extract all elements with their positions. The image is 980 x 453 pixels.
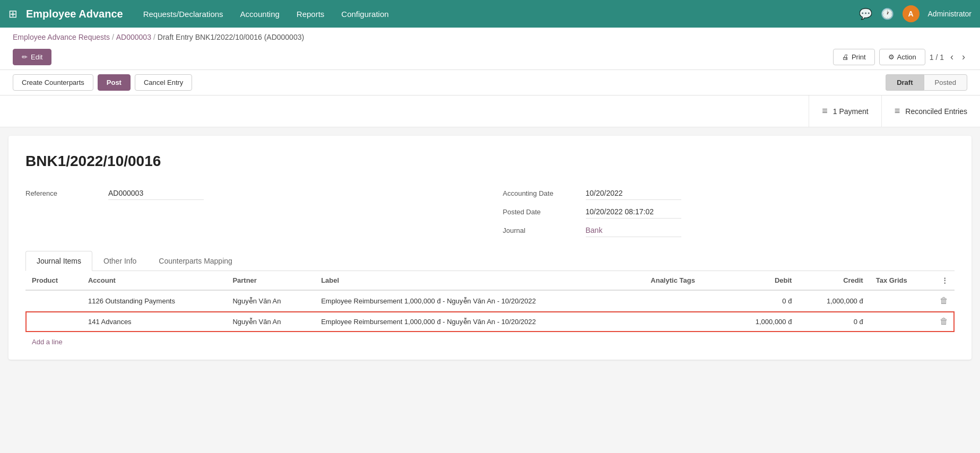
action-button[interactable]: ⚙ Action — [879, 49, 925, 65]
col-tax-grids: Tax Grids — [870, 271, 933, 290]
col-partner: Partner — [226, 271, 315, 290]
cell-label-1: Employee Reimbursement 1,000,000 đ - Ngu… — [315, 290, 644, 311]
nav-accounting[interactable]: Accounting — [233, 5, 287, 23]
form-left-column: Reference AD000003 — [25, 187, 478, 242]
breadcrumb: Employee Advance Requests / AD000003 / D… — [13, 33, 967, 45]
gear-icon: ⚙ — [888, 53, 895, 61]
workflow-bar: Create Counterparts Post Cancel Entry Dr… — [0, 70, 980, 95]
add-line-button[interactable]: Add a line — [32, 338, 63, 346]
breadcrumb-sep-1: / — [112, 33, 114, 41]
tabs-container: Journal Items Other Info Counterparts Ma… — [25, 251, 955, 271]
reference-field: Reference AD000003 — [25, 187, 478, 200]
tab-counterparts-mapping[interactable]: Counterparts Mapping — [148, 251, 244, 271]
username: Administrator — [928, 10, 972, 18]
breadcrumb-bar: Employee Advance Requests / AD000003 / D… — [0, 28, 980, 70]
prev-button[interactable]: ‹ — [948, 51, 956, 63]
journal-value[interactable]: Bank — [586, 224, 681, 237]
journal-label: Journal — [503, 227, 577, 234]
items-table: Product Account Partner Label Analytic T… — [25, 271, 955, 332]
pagination-count: 1 / 1 — [930, 53, 944, 62]
breadcrumb-sep-2: / — [153, 33, 155, 41]
list-icon-reconciled: ≡ — [895, 106, 900, 117]
col-account: Account — [82, 271, 226, 290]
main-content: ≡ 1 Payment ≡ Reconciled Entries BNK1/20… — [0, 95, 980, 360]
reference-value: AD000003 — [108, 187, 204, 200]
main-menu: Requests/Declarations Accounting Reports… — [136, 5, 396, 23]
posted-date-label: Posted Date — [503, 208, 577, 216]
accounting-date-value: 10/20/2022 — [586, 187, 681, 200]
action-bar: ✏ Edit 🖨 Print ⚙ Action 1 / 1 ‹ › — [13, 45, 967, 69]
topnav-right: 💬 🕐 A Administrator — [859, 5, 972, 22]
journal-items-table: Product Account Partner Label Analytic T… — [25, 271, 955, 360]
payment-info[interactable]: ≡ 1 Payment — [809, 95, 881, 127]
cell-account-1: 1126 Outstanding Payments — [82, 290, 226, 311]
col-analytic-tags: Analytic Tags — [644, 271, 727, 290]
breadcrumb-current: Draft Entry BNK1/2022/10/0016 (AD000003) — [158, 33, 304, 41]
cell-tax-grids-2 — [870, 311, 933, 332]
cell-analytic-tags-1 — [644, 290, 727, 311]
posted-date-value: 10/20/2022 08:17:02 — [586, 205, 681, 219]
status-posted[interactable]: Posted — [924, 74, 967, 91]
create-counterparts-button[interactable]: Create Counterparts — [13, 74, 93, 91]
accounting-date-label: Accounting Date — [503, 189, 577, 197]
info-bar: ≡ 1 Payment ≡ Reconciled Entries — [0, 95, 980, 127]
accounting-date-field: Accounting Date 10/20/2022 — [503, 187, 955, 200]
reconciled-entries-info[interactable]: ≡ Reconciled Entries — [881, 95, 980, 127]
cell-label-2: Employee Reimbursement 1,000,000 đ - Ngu… — [315, 311, 644, 332]
next-button[interactable]: › — [960, 51, 967, 63]
grid-icon[interactable]: ⊞ — [8, 7, 18, 20]
table-row: 1126 Outstanding Payments Nguyễn Văn An … — [25, 290, 955, 311]
nav-reports[interactable]: Reports — [289, 5, 332, 23]
top-navigation: ⊞ Employee Advance Requests/Declarations… — [0, 0, 980, 28]
chat-icon[interactable]: 💬 — [859, 7, 872, 20]
cancel-entry-button[interactable]: Cancel Entry — [135, 74, 192, 91]
reference-label: Reference — [25, 189, 100, 197]
nav-requests[interactable]: Requests/Declarations — [136, 5, 231, 23]
status-draft[interactable]: Draft — [886, 74, 923, 91]
col-product: Product — [25, 271, 82, 290]
cell-account-2: 141 Advances — [82, 311, 226, 332]
reconciled-label: Reconciled Entries — [905, 107, 967, 116]
table-row-highlighted: 141 Advances Nguyễn Văn An Employee Reim… — [25, 311, 955, 332]
cell-analytic-tags-2 — [644, 311, 727, 332]
col-menu: ⋮ — [933, 271, 955, 290]
pagination: 1 / 1 ‹ › — [930, 51, 967, 63]
cell-product-1 — [25, 290, 82, 311]
app-name: Employee Advance — [26, 8, 123, 20]
cell-debit-1: 0 đ — [727, 290, 798, 311]
payment-count: 1 Payment — [833, 107, 869, 116]
add-line-container: Add a line — [25, 332, 955, 351]
col-debit: Debit — [727, 271, 798, 290]
cell-credit-2: 0 đ — [798, 311, 869, 332]
posted-date-field: Posted Date 10/20/2022 08:17:02 — [503, 205, 955, 219]
journal-field: Journal Bank — [503, 224, 955, 237]
post-button[interactable]: Post — [98, 74, 131, 91]
delete-row-1[interactable]: 🗑 — [933, 290, 955, 311]
breadcrumb-item-2[interactable]: AD000003 — [116, 33, 151, 41]
column-menu-icon[interactable]: ⋮ — [941, 276, 948, 284]
cell-tax-grids-1 — [870, 290, 933, 311]
edit-button[interactable]: ✏ Edit — [13, 49, 51, 65]
cell-debit-2: 1,000,000 đ — [727, 311, 798, 332]
col-label: Label — [315, 271, 644, 290]
app-launcher[interactable]: ⊞ Employee Advance — [8, 7, 136, 20]
cell-product-2 — [25, 311, 82, 332]
status-pills: Draft Posted — [886, 74, 967, 91]
cell-partner-2: Nguyễn Văn An — [226, 311, 315, 332]
form-title: BNK1/2022/10/0016 — [25, 153, 955, 170]
print-button[interactable]: 🖨 Print — [833, 49, 875, 65]
delete-row-2[interactable]: 🗑 — [933, 311, 955, 332]
activity-icon[interactable]: 🕐 — [881, 7, 894, 20]
tab-other-info[interactable]: Other Info — [92, 251, 148, 271]
avatar[interactable]: A — [903, 5, 920, 22]
tab-journal-items[interactable]: Journal Items — [25, 251, 92, 271]
list-icon-payment: ≡ — [822, 106, 828, 117]
cell-partner-1: Nguyễn Văn An — [226, 290, 315, 311]
cell-credit-1: 1,000,000 đ — [798, 290, 869, 311]
form-card: BNK1/2022/10/0016 Reference AD000003 Acc… — [8, 136, 972, 360]
edit-icon: ✏ — [22, 53, 28, 61]
breadcrumb-item-1[interactable]: Employee Advance Requests — [13, 33, 110, 41]
printer-icon: 🖨 — [842, 53, 849, 61]
nav-configuration[interactable]: Configuration — [334, 5, 396, 23]
col-credit: Credit — [798, 271, 869, 290]
